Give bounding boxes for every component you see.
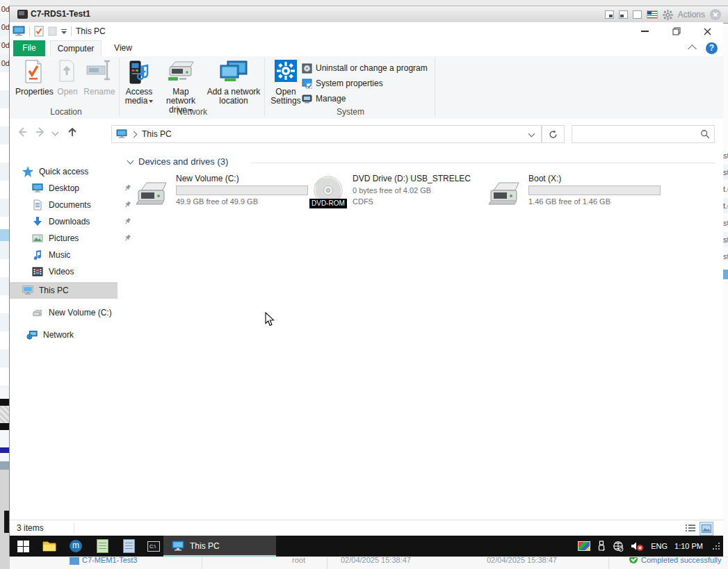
recent-locations-icon[interactable] (52, 129, 59, 136)
bg-left-cell: 0d (0, 18, 10, 36)
clock[interactable]: 1:10 PM (674, 542, 703, 550)
details-view-button[interactable] (684, 522, 697, 534)
restore-button[interactable] (661, 22, 692, 40)
manage-button[interactable]: Manage (302, 92, 346, 105)
open-settings-button[interactable]: Open Settings (270, 60, 302, 106)
open-icon (54, 60, 81, 86)
collapse-ribbon-icon[interactable] (688, 44, 697, 53)
bg-left-cell: 0d (0, 54, 10, 72)
start-button[interactable] (11, 536, 35, 556)
display-color-tray-icon[interactable] (578, 541, 590, 551)
this-pc-icon (172, 541, 184, 552)
console-close-icon[interactable] (710, 9, 721, 20)
properties-icon (15, 60, 51, 86)
ribbon-tab-row: File Computer View (10, 40, 723, 56)
this-pc-icon (22, 285, 33, 296)
minimize-button[interactable] (629, 22, 661, 40)
up-icon[interactable] (67, 126, 78, 138)
hdd-icon (488, 179, 521, 207)
show-desktop-grip[interactable] (711, 542, 720, 551)
sidebar-item-music[interactable]: Music (10, 247, 140, 263)
drive-name: New Volume (C:) (176, 174, 308, 184)
drive-filesystem: CDFS (353, 197, 485, 206)
language-indicator[interactable]: ENG (651, 542, 668, 550)
help-icon[interactable] (706, 42, 718, 54)
drive-tile-c[interactable]: New Volume (C:) 49.9 GB free of 49.9 GB (134, 174, 308, 214)
keyboard-layout-flag-icon[interactable] (647, 10, 658, 19)
drive-free-space: 1.46 GB free of 1.46 GB (528, 197, 661, 206)
actions-menu[interactable]: Actions (678, 10, 705, 19)
search-input[interactable] (572, 127, 700, 141)
qat-properties-icon[interactable] (34, 26, 44, 37)
background-task-list-row: C7-MEM1-Test3 root 02/04/2025 15:38:47 0… (10, 556, 728, 569)
sidebar-item-new-volume-c[interactable]: New Volume (C:) (10, 304, 140, 321)
bg-left-dark-bar (0, 399, 10, 406)
video-icon (32, 266, 43, 277)
ribbon: Properties Open Rename Location (10, 56, 723, 119)
sidebar-item-quick-access[interactable]: Quick access (10, 163, 130, 180)
address-dropdown-icon[interactable] (528, 131, 535, 138)
bg-task-time: 02/04/2025 15:38:47 (487, 556, 557, 566)
tab-file[interactable]: File (13, 40, 45, 56)
volume-muted-tray-icon[interactable] (631, 541, 644, 552)
drive-tile-x[interactable]: Boot (X:) 1.46 GB free of 1.46 GB (487, 174, 661, 214)
group-header[interactable]: Devices and drives (3) (128, 156, 228, 167)
download-icon (32, 216, 43, 227)
sidebar-item-videos[interactable]: Videos (10, 263, 140, 280)
drive-free-space: 49.9 GB free of 49.9 GB (176, 197, 308, 206)
uninstall-program-button[interactable]: Uninstall or change a program (302, 62, 428, 74)
taskbar-button-this-pc[interactable]: This PC (163, 536, 276, 556)
add-network-location-button[interactable]: Add a network location (205, 60, 262, 106)
sidebar-item-desktop[interactable]: Desktop (10, 180, 140, 197)
network-globe-tray-icon[interactable] (613, 541, 624, 552)
file-explorer-taskbar-icon[interactable] (38, 536, 61, 556)
drive-tile-dvd[interactable]: DVD-ROM DVD Drive (D:) USB_STRELEC 0 byt… (311, 174, 485, 214)
sidebar-item-pictures[interactable]: Pictures (10, 230, 140, 247)
properties-button[interactable]: Properties (15, 60, 51, 97)
sidebar-item-network[interactable]: Network (10, 327, 134, 343)
drive-name: DVD Drive (D:) USB_STRELEC (353, 174, 485, 184)
command-prompt-taskbar-icon[interactable] (142, 536, 165, 556)
sidebar-item-downloads[interactable]: Downloads (10, 213, 140, 230)
back-icon[interactable] (17, 126, 28, 138)
tab-computer[interactable]: Computer (50, 40, 102, 57)
close-button[interactable] (692, 22, 723, 40)
green-notepad-taskbar-icon[interactable] (90, 536, 114, 556)
breadcrumb-chevron-icon[interactable] (131, 131, 138, 138)
m-app-taskbar-icon[interactable] (64, 536, 88, 556)
screen-size-icon[interactable] (633, 10, 642, 19)
search-field[interactable] (572, 125, 715, 143)
access-media-button[interactable]: Access media (122, 60, 156, 106)
refresh-icon (549, 130, 558, 139)
access-media-icon (122, 60, 156, 86)
sidebar-item-this-pc[interactable]: This PC (10, 282, 118, 299)
large-icons-view-button[interactable] (699, 522, 713, 536)
open-settings-icon (270, 60, 302, 86)
rename-button: Rename (82, 60, 117, 97)
files-pane: Devices and drives (3) New Volume (C:) 4… (127, 147, 723, 520)
music-note-icon (32, 249, 43, 261)
group-label-location: Location (15, 107, 117, 117)
qat-customize-icon[interactable] (61, 29, 67, 34)
bg-left-zebra (0, 72, 10, 229)
bg-task-name: C7-MEM1-Test3 (82, 556, 137, 566)
blue-notepad-taskbar-icon[interactable] (117, 536, 140, 556)
screen-size-icon[interactable] (619, 10, 628, 19)
drive-free-space: 0 bytes free of 4.02 GB (353, 185, 485, 195)
bg-left-zebra (0, 241, 10, 389)
search-icon[interactable] (700, 129, 710, 139)
forward-icon[interactable] (35, 126, 46, 138)
breadcrumb[interactable]: This PC (111, 125, 542, 143)
qat-inactive-icon[interactable] (48, 26, 57, 36)
document-icon (32, 199, 43, 211)
dropdown-arrow-icon (149, 100, 153, 103)
usb-device-tray-icon[interactable] (597, 541, 606, 552)
system-properties-button[interactable]: System properties (302, 77, 383, 90)
vm-console-titlebar[interactable]: C7-RDS1-Test1 Actions (10, 6, 728, 24)
tab-view[interactable]: View (106, 40, 140, 56)
bg-left-hatch (0, 406, 10, 423)
screen-size-icon[interactable] (605, 10, 614, 19)
sidebar-item-documents[interactable]: Documents (10, 197, 140, 213)
refresh-button[interactable] (542, 125, 565, 143)
drive-icon (32, 309, 43, 318)
